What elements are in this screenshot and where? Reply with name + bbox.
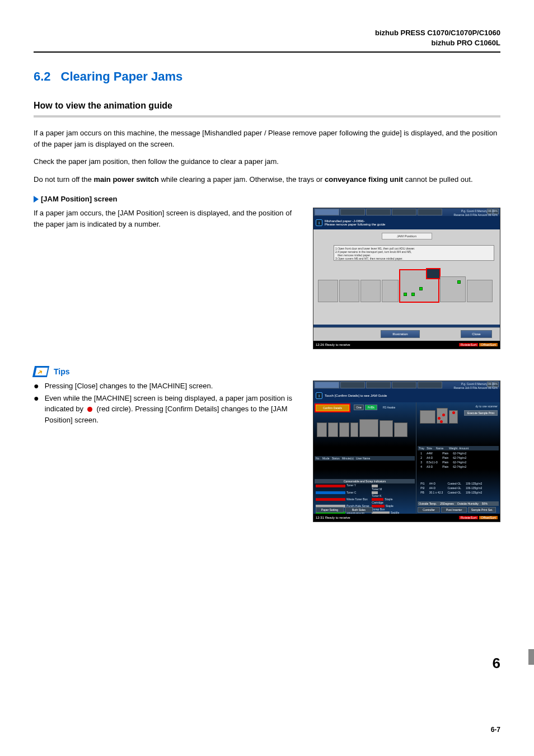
product-line-2: bizhub PRO C1060L (34, 38, 500, 48)
page-header: bizhub PRESS C1070/C1070P/C1060 bizhub P… (34, 28, 500, 48)
ss2-info-bar: i Touch [Confirm Details] to see JAM Gui… (313, 389, 500, 402)
ss2-body: Confirm Details One Fr/Bk FD Awake (313, 402, 500, 514)
ss2-frbk-button: Fr/Bk (365, 405, 377, 410)
ss2-one-button: One (354, 405, 364, 410)
ss2-right-panel: dy to use scanner Execute Sample Print (416, 402, 500, 514)
ss2-bottom-buttons: Paper Setting Both Sides (316, 507, 373, 513)
ss1-status-bar: 12:26 Ready to receive RotateSort Offset… (313, 341, 500, 349)
ss1-tab (366, 209, 391, 215)
section-title: Clearing Paper Jams (61, 69, 183, 84)
tips-item: ● Even while the [MACHINE] screen is bei… (34, 393, 302, 426)
triangle-bullet-icon (34, 196, 39, 203)
tips-item-text: Even while the [MACHINE] screen is being… (45, 393, 302, 426)
ss1-counters: P.g. Count 0 Memory 99.99% Reserve Job 0… (454, 209, 498, 217)
ss2-awake-label: FD Awake (380, 405, 399, 410)
machine-screen-screenshot: i Touch [Confirm Details] to see JAM Gui… (313, 381, 500, 522)
red-circle-icon (87, 407, 92, 412)
tips-icon: ➜ (34, 366, 48, 377)
header-rule (34, 51, 500, 53)
ss1-close-button: Close (461, 330, 492, 338)
subsubsection-title: [JAM Position] screen (41, 195, 118, 203)
tips-item: ● Pressing [Close] changes to the [MACHI… (34, 381, 302, 392)
ss2-status-bar: 12:31 Ready to receive RotateSort Offset… (313, 514, 500, 522)
ss1-info-bar: i Mishandled paper -J-0896- Please remov… (313, 216, 500, 229)
page-number: 6-7 (491, 726, 500, 734)
paragraph-3: Do not turn off the main power switch wh… (34, 174, 500, 185)
chapter-number: 6 (493, 655, 500, 672)
ss1-jam-position-label: JAM Position (382, 233, 432, 240)
ss1-button-bar: Illustration Close (313, 327, 500, 341)
jam-position-paragraph: If a paper jam occurs, the [JAM Position… (34, 208, 302, 229)
tips-list: ● Pressing [Close] changes to the [MACHI… (34, 381, 302, 425)
ss2-tray-header: Tray Size Name Weight Amount (418, 446, 499, 450)
subsection-title: How to view the animation guide (34, 101, 500, 111)
ss1-printer-diagram (318, 264, 495, 314)
section-number: 6.2 (34, 69, 51, 84)
paragraph-1: If a paper jam occurs on this machine, t… (34, 128, 500, 149)
ss1-tab (340, 209, 365, 215)
ss2-counters: P.g. Count 0 Memory 99.99% Reserve Job 0… (454, 382, 498, 389)
ss2-environment-row: Outside Temp. 25Degrees Outside Humidity… (418, 501, 499, 506)
product-line-1: bizhub PRESS C1070/C1070P/C1060 (34, 28, 500, 38)
info-icon: i (316, 219, 322, 226)
document-page: bizhub PRESS C1070/C1070P/C1060 bizhub P… (0, 0, 534, 756)
info-icon: i (316, 392, 322, 399)
bullet-icon: ● (34, 393, 39, 426)
ss1-illustration-button: Illustration (381, 330, 420, 338)
tips-heading: ➜ Tips (34, 366, 500, 377)
ss2-printer-diagram (317, 419, 413, 442)
ss2-left-panel: Confirm Details One Fr/Bk FD Awake (313, 402, 416, 514)
subsection-rule (34, 115, 500, 118)
ss1-tab (418, 209, 442, 215)
ss1-body: JAM Position 1.Open front door and lower… (313, 229, 500, 325)
section-heading: 6.2 Clearing Paper Jams (34, 69, 500, 84)
ss2-right-bottom-buttons: Controller Post Inserter Sample Print Se… (418, 507, 496, 513)
ss2-tray-rows: 1A4WPlain62-74g/m22A4-DPlain62-74g/m238.… (418, 450, 469, 469)
jam-position-screenshot: i Mishandled paper -J-0896- Please remov… (313, 208, 500, 349)
ss2-consumables: Consumable and Scrap Indicators Toner YT… (315, 479, 415, 513)
page-thumb-tab (528, 649, 534, 665)
ss2-pf-rows: PI1A4-DCoated-GL106-135g/m2PI2A4-DCoated… (418, 481, 485, 495)
ss2-confirm-details-button: Confirm Details (316, 405, 349, 411)
jam-position-block: If a paper jam occurs, the [JAM Position… (34, 208, 500, 349)
tips-block: ● Pressing [Close] changes to the [MACHI… (34, 381, 500, 522)
tips-label: Tips (54, 367, 70, 376)
paragraph-2: Check the paper jam position, then follo… (34, 156, 500, 167)
ss1-tab (392, 209, 416, 215)
ss2-job-header: No. Mode Status Minute(s) User Name (315, 456, 415, 461)
ss1-guide-text: 1.Open front door and lower lever M1, th… (334, 245, 494, 261)
subsubsection-heading: [JAM Position] screen (34, 195, 500, 203)
ss1-tab (315, 209, 339, 215)
ss1-jam-highlight (400, 270, 439, 302)
ss2-sample-print-button: Execute Sample Print (464, 410, 498, 416)
bullet-icon: ● (34, 381, 39, 392)
